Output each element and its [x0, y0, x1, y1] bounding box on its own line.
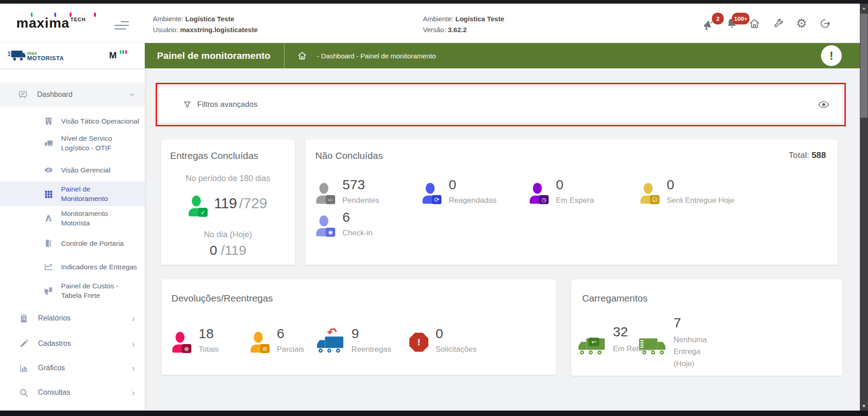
- advanced-filters-label: Filtros avançados: [197, 100, 257, 109]
- grid-icon: [43, 188, 54, 199]
- notifications-badge: 100+: [732, 13, 749, 24]
- page-title: Painel de monitoramento: [157, 50, 270, 61]
- ambiente-value: Logística Teste: [185, 15, 234, 23]
- stat-label: Parciais: [277, 345, 304, 354]
- settings-gear-icon[interactable]: ⚙: [795, 17, 808, 30]
- card-nao-concluidas: Não Concluídas Total: 588 ••• 573 Penden…: [305, 139, 838, 265]
- sidebar-item-dashboard[interactable]: Dashboard ›: [0, 83, 145, 106]
- stat-reentregas: ↶ 9 Reentregas: [316, 326, 391, 354]
- loaded-truck-icon: [638, 336, 666, 356]
- stat-value: 0: [556, 177, 594, 192]
- clipboard-icon: [18, 313, 29, 324]
- chevron-right-icon: ›: [132, 339, 135, 348]
- stat-nenhuma-entrega: 7 Nenhuma Entrega (Hoje): [638, 316, 723, 370]
- sidebar-item-otif[interactable]: Nível de ServicoLogístico - OTIF: [0, 132, 145, 154]
- stat-label: Será Entregue Hoje: [667, 196, 734, 205]
- scroll-up-arrow[interactable]: ▲: [860, 4, 868, 13]
- filter-funnel-icon: [183, 100, 192, 109]
- stat-pendentes: ••• 573 Pendentes: [316, 177, 379, 205]
- menu-toggle-icon[interactable]: [114, 21, 129, 31]
- logo-tick-blue: [54, 13, 56, 17]
- card-total: Total: 588: [789, 150, 826, 160]
- advanced-filters-bar[interactable]: Filtros avançados: [159, 86, 842, 123]
- vertical-scrollbar[interactable]: ▲ ▼: [860, 4, 868, 411]
- chevron-right-icon: ›: [132, 314, 135, 323]
- logout-icon[interactable]: [819, 17, 831, 30]
- usuario-value: maxstring.logisticateste: [180, 26, 258, 33]
- period-total: /729: [239, 195, 267, 211]
- building-icon: [43, 115, 54, 126]
- person-scheduled-today-icon: ☑: [640, 183, 659, 204]
- eye-icon: [43, 164, 54, 175]
- card-title: Não Concluídas: [315, 150, 383, 161]
- versao-value: 3.62.2: [448, 26, 467, 33]
- total-value: 588: [811, 150, 826, 160]
- logo-sub: TECH: [71, 17, 86, 22]
- stat-value: 0: [667, 177, 734, 192]
- sidebar-item-controle-portaria[interactable]: Controle de Portaria: [0, 237, 145, 249]
- stat-label: Reagendadas: [449, 196, 497, 205]
- chart-line-icon: [43, 261, 54, 272]
- toggle-visibility-eye-icon[interactable]: [818, 99, 830, 110]
- sidebar-item-visao-gerencial[interactable]: Visão Gerencial: [0, 163, 145, 176]
- sidebar-item-graficos[interactable]: Gráficos ›: [0, 361, 145, 375]
- mini-m-logo: M: [109, 50, 117, 61]
- sidebar-item-visao-tatico[interactable]: Visão Tático Operacional: [0, 115, 145, 127]
- usuario-label: Usuário:: [153, 26, 178, 33]
- period-value: 119: [214, 195, 237, 211]
- scrollbar-thumb[interactable]: [860, 14, 868, 118]
- scroll-down-arrow[interactable]: ▼: [860, 402, 868, 411]
- sidebar: max MOTORISTA M Dashboard › Visão Tático…: [0, 43, 145, 411]
- card-title: Devoluções/Reentregas: [171, 293, 273, 304]
- stat-label: Reentregas: [351, 345, 391, 354]
- sidebar-item-painel-monitoramento[interactable]: Painel deMonitoramento: [0, 182, 145, 206]
- stat-label: Nenhuma Entrega (Hoje): [674, 334, 723, 370]
- stat-label: Solicitações: [436, 345, 477, 354]
- card-carregamentos: Carregamentos ↩ 32 Em Retorno 7 Nenhuma …: [571, 279, 842, 376]
- stat-reagendadas: ⟳ 0 Reagendadas: [422, 177, 497, 205]
- logo-tick-green: [31, 13, 33, 17]
- truck-icon: [43, 138, 54, 148]
- sidebar-item-relatorios[interactable]: Relatórios ›: [0, 311, 145, 325]
- versao-label: Versão:: [423, 26, 446, 33]
- truck-logo-icon: [7, 49, 25, 62]
- environment-user-info: Ambiente: Logística Teste Usuário: maxst…: [153, 14, 258, 35]
- period-label: No período de 180 dias: [161, 174, 295, 183]
- sidebar-item-indicadores[interactable]: Indicadores de Entregas: [0, 260, 145, 273]
- pencil-icon: [18, 338, 29, 349]
- announcements-badge: 2: [712, 13, 724, 24]
- stat-value: 573: [342, 177, 379, 192]
- titlebar-divider: [284, 43, 285, 68]
- sidebar-item-monitoramento-motorista[interactable]: MonitoramentoMotorista: [0, 206, 145, 230]
- max-motorista-logo: max MOTORISTA: [7, 49, 64, 62]
- return-truck-icon: ↩: [578, 336, 606, 356]
- mini-logo-ticks: [120, 50, 127, 54]
- alert-button[interactable]: !: [821, 45, 842, 66]
- sidebar-item-painel-custos[interactable]: Painel de Custos -Tabela Frete: [0, 278, 145, 303]
- card-title: Entregas Concluídas: [170, 150, 258, 161]
- stat-label: Check-in: [342, 229, 373, 238]
- environment-version-info: Ambiente: Logística Teste Versão: 3.62.2: [423, 14, 504, 35]
- stat-value: 9: [351, 326, 391, 341]
- stat-checkin: ◉ 6 Check-in: [316, 210, 373, 238]
- redelivery-truck-icon: ↶: [316, 335, 344, 354]
- logo-wordmark: maxima: [16, 15, 70, 30]
- person-pending-icon: •••: [316, 183, 335, 204]
- stat-em-espera: ◷ 0 Em Espera: [530, 177, 594, 205]
- stat-totais: ⊗ 18 Totais: [172, 326, 218, 354]
- today-label: No dia (Hoje): [161, 230, 295, 239]
- sidebar-item-consultas[interactable]: Consultas ›: [0, 385, 145, 400]
- stat-label: Em Espera: [556, 196, 594, 205]
- sidebar-item-cadastros[interactable]: Cadastros ›: [0, 336, 145, 351]
- person-return-partial-icon: ⊘: [251, 332, 270, 353]
- dashboard-icon: [17, 89, 28, 100]
- stat-value: 7: [674, 316, 723, 330]
- home-icon[interactable]: [748, 17, 761, 30]
- door-icon: [43, 238, 54, 249]
- stat-label: Totais: [199, 345, 218, 354]
- breadcrumb: - Dashboard - Painel de monitoramento: [317, 52, 436, 60]
- tools-wrench-icon[interactable]: [772, 17, 784, 30]
- search-icon: [18, 387, 29, 398]
- breadcrumb-home-icon[interactable]: [297, 51, 307, 61]
- person-delivered-icon: ✓: [189, 196, 208, 217]
